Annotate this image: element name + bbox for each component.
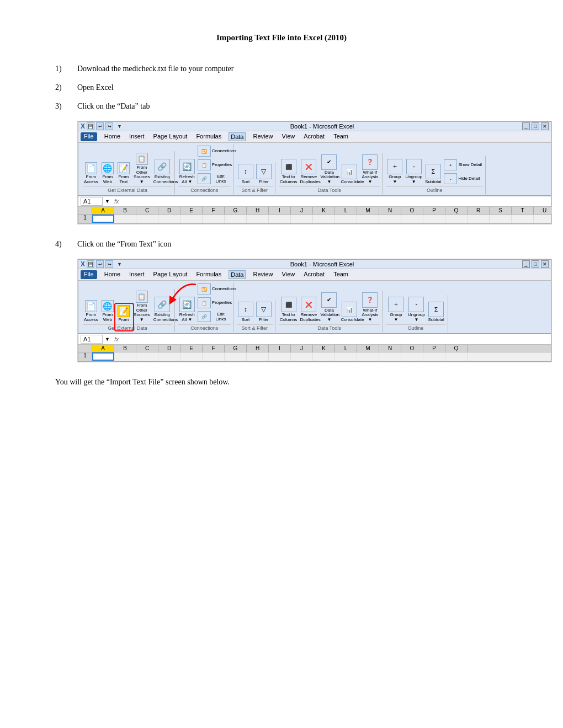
col-h-2[interactable]: H: [247, 345, 269, 352]
cell-l1-1[interactable]: [335, 215, 357, 223]
from-web-btn[interactable]: 🌐 FromWeb: [100, 162, 115, 185]
properties-btn-2[interactable]: 📋 Properties: [196, 297, 231, 309]
menu-data-2[interactable]: Data: [229, 270, 246, 279]
cell-f1-1[interactable]: [203, 215, 225, 223]
what-if-btn-2[interactable]: ❓ What-IfAnalysis ▼: [360, 292, 380, 323]
cell-ref-2[interactable]: A1: [81, 335, 103, 344]
cell-j1-1[interactable]: [291, 215, 313, 223]
col-i-1[interactable]: I: [269, 207, 291, 214]
col-q-1[interactable]: Q: [445, 207, 468, 214]
menu-page-layout-1[interactable]: Page Layout: [152, 132, 189, 141]
cell-o1-2[interactable]: [401, 352, 423, 361]
edit-links-btn[interactable]: 🔗 Edit Links: [196, 173, 231, 185]
col-j-1[interactable]: J: [291, 207, 313, 214]
menu-file-1[interactable]: File: [81, 132, 97, 141]
minimize-icon-2[interactable]: _: [522, 260, 530, 268]
col-c-2[interactable]: C: [136, 345, 158, 352]
connections-btn[interactable]: 🔁 Connections: [196, 145, 231, 158]
cell-g1-2[interactable]: [225, 352, 247, 361]
menu-team-2[interactable]: Team: [332, 270, 350, 279]
col-q-2[interactable]: Q: [445, 345, 468, 352]
col-a-1[interactable]: A: [92, 207, 114, 214]
col-g-1[interactable]: G: [225, 207, 247, 214]
hide-detail-btn[interactable]: - Hide Detail: [443, 173, 483, 185]
data-val-btn-2[interactable]: ✔ DataValidation ▼: [319, 292, 339, 323]
menu-formulas-2[interactable]: Formulas: [194, 270, 223, 279]
cell-d1-2[interactable]: [158, 352, 180, 361]
from-access-btn[interactable]: 📄 FromAccess: [83, 162, 99, 185]
cell-k1-1[interactable]: [313, 215, 335, 223]
col-i-2[interactable]: I: [269, 345, 291, 352]
show-detail-btn[interactable]: + Show Detail: [443, 159, 483, 172]
col-m-2[interactable]: M: [357, 345, 379, 352]
cell-d1-1[interactable]: [158, 215, 180, 223]
cell-q1-2[interactable]: [445, 352, 468, 361]
filter-btn-2[interactable]: ▽ Filter: [255, 301, 273, 323]
col-b-2[interactable]: B: [114, 345, 136, 352]
menu-page-layout-2[interactable]: Page Layout: [152, 270, 189, 279]
col-f-1[interactable]: F: [203, 207, 225, 214]
col-e-1[interactable]: E: [180, 207, 203, 214]
cell-u1-1[interactable]: [534, 215, 552, 223]
cell-i1-2[interactable]: [269, 352, 291, 361]
col-o-2[interactable]: O: [401, 345, 423, 352]
from-text-btn-2[interactable]: 📝 From: [116, 304, 131, 323]
cell-r1-1[interactable]: [468, 215, 490, 223]
col-n-1[interactable]: N: [379, 207, 401, 214]
data-validation-btn[interactable]: ✔ DataValidation ▼: [319, 154, 339, 185]
maximize-icon[interactable]: □: [532, 122, 539, 130]
filter-btn[interactable]: ▽ Filter: [255, 163, 273, 185]
cell-k1-2[interactable]: [313, 352, 335, 361]
from-other-sources-btn-2[interactable]: 📋 From OtherSources ▼: [132, 290, 152, 323]
save-qat-icon-2[interactable]: 💾: [87, 260, 94, 268]
save-qat-icon[interactable]: 💾: [87, 122, 94, 130]
col-f-2[interactable]: F: [203, 345, 225, 352]
menu-formulas-1[interactable]: Formulas: [194, 132, 223, 141]
what-if-btn[interactable]: ❓ What-IfAnalysis ▼: [360, 154, 380, 185]
menu-data-1[interactable]: Data: [229, 132, 246, 141]
cell-i1-1[interactable]: [269, 215, 291, 223]
menu-insert-2[interactable]: Insert: [128, 270, 146, 279]
col-l-2[interactable]: L: [335, 345, 357, 352]
cell-n1-1[interactable]: [379, 215, 401, 223]
redo-qat-icon-2[interactable]: ↪: [105, 260, 113, 268]
undo-qat-icon-2[interactable]: ↩: [96, 260, 104, 268]
col-k-1[interactable]: K: [313, 207, 335, 214]
cell-h1-1[interactable]: [247, 215, 269, 223]
undo-qat-icon[interactable]: ↩: [96, 122, 104, 130]
minimize-icon[interactable]: _: [522, 122, 530, 130]
cell-q1-1[interactable]: [445, 215, 468, 223]
group-btn[interactable]: + Group▼: [386, 158, 403, 185]
cell-t1-1[interactable]: [512, 215, 534, 223]
redo-qat-icon[interactable]: ↪: [105, 122, 113, 130]
ungroup-btn[interactable]: - Ungroup▼: [404, 158, 423, 185]
consolidate-btn[interactable]: 📊 Consolidate: [339, 163, 359, 185]
cell-a1-2[interactable]: [92, 352, 114, 361]
col-a-2[interactable]: A: [92, 345, 114, 352]
menu-acrobat-2[interactable]: Acrobat: [302, 270, 326, 279]
cell-c1-2[interactable]: [136, 352, 158, 361]
sort-btn-2[interactable]: ↕ Sort: [237, 301, 254, 323]
from-text-btn-1[interactable]: 📝 FromText: [116, 162, 131, 185]
col-g-2[interactable]: G: [225, 345, 247, 352]
menu-team-1[interactable]: Team: [332, 132, 350, 141]
maximize-icon-2[interactable]: □: [532, 260, 539, 268]
refresh-all-btn-2[interactable]: 🔄 RefreshAll ▼: [178, 296, 196, 323]
cell-h1-2[interactable]: [247, 352, 269, 361]
col-s-1[interactable]: S: [490, 207, 512, 214]
cell-e1-1[interactable]: [180, 215, 203, 223]
col-t-1[interactable]: T: [512, 207, 534, 214]
menu-review-2[interactable]: Review: [251, 270, 274, 279]
edit-links-btn-2[interactable]: 🔗 Edit Links: [196, 311, 231, 323]
properties-btn[interactable]: 📋 Properties: [196, 159, 231, 172]
col-m-1[interactable]: M: [357, 207, 379, 214]
sort-btn[interactable]: ↕ Sort: [237, 163, 254, 185]
refresh-all-btn[interactable]: 🔄 RefreshAll ▼: [178, 158, 196, 185]
cell-g1-1[interactable]: [225, 215, 247, 223]
cell-e1-2[interactable]: [180, 352, 203, 361]
remove-dup-btn-2[interactable]: ❌ RemoveDuplicates: [299, 296, 318, 323]
cell-s1-1[interactable]: [490, 215, 512, 223]
group-btn-2[interactable]: + Group ▼: [386, 296, 406, 323]
menu-file-2[interactable]: File: [81, 270, 97, 279]
menu-home-2[interactable]: Home: [103, 270, 122, 279]
